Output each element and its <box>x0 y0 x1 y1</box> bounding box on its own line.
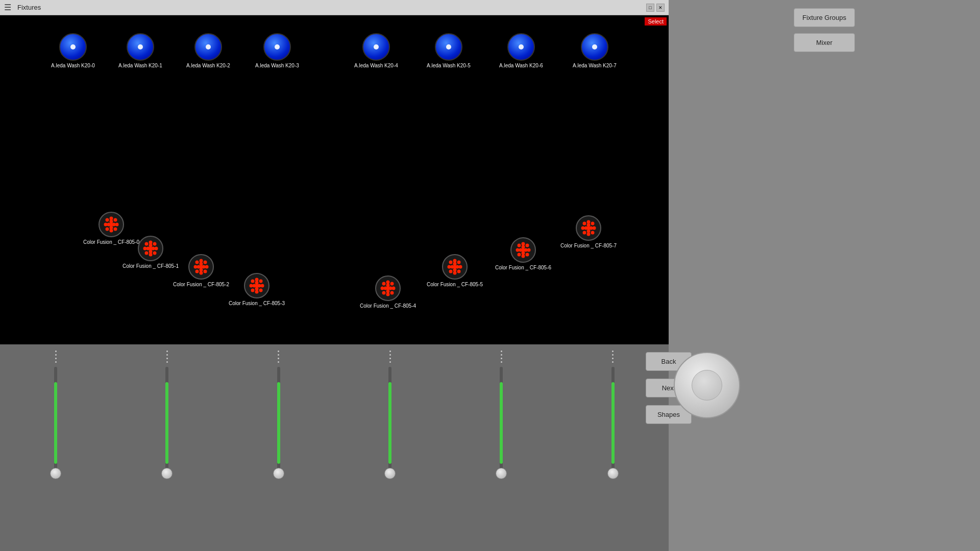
fader-dot <box>278 358 279 359</box>
fixture-canvas: Select A.leda Wash K20-0A.leda Wash K20-… <box>0 15 669 344</box>
fader-dot <box>389 350 391 352</box>
fader-dot <box>166 354 168 356</box>
fader-thumb-2[interactable] <box>161 468 173 479</box>
fader-channel-1 <box>0 348 111 542</box>
fader-track-1[interactable] <box>54 367 57 479</box>
master-dial[interactable] <box>674 352 740 418</box>
fader-fill-3 <box>277 382 280 464</box>
hamburger-menu-icon[interactable]: ☰ <box>4 3 11 12</box>
fader-channel-2 <box>111 348 223 542</box>
mixer-button[interactable]: Mixer <box>794 33 855 52</box>
fusion-dots-icon-3 <box>247 276 266 295</box>
wash-label-7: A.leda Wash K20-7 <box>573 63 617 68</box>
fader-dots-6 <box>612 350 614 363</box>
fader-dot <box>278 350 279 352</box>
fader-thumb-3[interactable] <box>273 468 284 479</box>
wash-circle-1 <box>127 33 154 61</box>
fader-area <box>0 344 669 551</box>
fixture-groups-button[interactable]: Fixture Groups <box>794 8 855 27</box>
fader-channel-4 <box>334 348 446 542</box>
wash-fixture-4[interactable]: A.leda Wash K20-4 <box>354 33 398 68</box>
fusion-label-7: Color Fusion _ CF-805-7 <box>560 243 617 248</box>
wash-fixture-6[interactable]: A.leda Wash K20-6 <box>499 33 543 68</box>
fusion-label-3: Color Fusion _ CF-805-3 <box>229 300 285 306</box>
fader-thumb-4[interactable] <box>384 468 396 479</box>
wash-label-6: A.leda Wash K20-6 <box>499 63 543 68</box>
fader-thumb-5[interactable] <box>496 468 507 479</box>
wash-fixture-5[interactable]: A.leda Wash K20-5 <box>427 33 471 68</box>
fusion-label-4: Color Fusion _ CF-805-4 <box>360 303 416 309</box>
fusion-circle-1 <box>138 236 163 261</box>
fader-fill-2 <box>165 382 168 464</box>
fusion-circle-5 <box>442 254 468 280</box>
wash-label-4: A.leda Wash K20-4 <box>354 63 398 68</box>
wash-label-1: A.leda Wash K20-1 <box>118 63 162 68</box>
fusion-fixture-4[interactable]: Color Fusion _ CF-805-4 <box>360 276 416 309</box>
fader-track-4[interactable] <box>388 367 391 479</box>
fader-dot <box>501 354 502 356</box>
fader-track-3[interactable] <box>277 367 280 479</box>
window-controls: □ ✕ <box>646 4 665 12</box>
wash-fixture-7[interactable]: A.leda Wash K20-7 <box>573 33 617 68</box>
window-close-button[interactable]: ✕ <box>656 4 665 12</box>
dial-container <box>674 352 740 418</box>
fader-thumb-1[interactable] <box>50 468 61 479</box>
fusion-label-6: Color Fusion _ CF-805-6 <box>495 265 551 270</box>
fader-channel-5 <box>446 348 557 542</box>
select-button[interactable]: Select <box>645 17 667 26</box>
fader-dot <box>55 354 57 356</box>
fusion-label-1: Color Fusion _ CF-805-1 <box>122 263 179 269</box>
fader-dot <box>389 361 391 363</box>
fusion-label-5: Color Fusion _ CF-805-5 <box>427 282 483 287</box>
wash-label-0: A.leda Wash K20-0 <box>51 63 95 68</box>
fader-dot <box>612 354 614 356</box>
fusion-circle-7 <box>576 215 601 241</box>
fader-dot <box>501 350 502 352</box>
wash-fixture-0[interactable]: A.leda Wash K20-0 <box>51 33 95 68</box>
fusion-fixture-1[interactable]: Color Fusion _ CF-805-1 <box>122 236 179 269</box>
fusion-dots-icon-2 <box>191 257 211 277</box>
fader-track-2[interactable] <box>165 367 168 479</box>
fader-dot <box>166 361 168 363</box>
wash-label-2: A.leda Wash K20-2 <box>186 63 230 68</box>
fader-dots-1 <box>55 350 57 363</box>
fader-track-5[interactable] <box>500 367 503 479</box>
fader-fill-5 <box>500 382 503 464</box>
fusion-fixture-7[interactable]: Color Fusion _ CF-805-7 <box>560 215 617 248</box>
fusion-fixture-5[interactable]: Color Fusion _ CF-805-5 <box>427 254 483 287</box>
window-restore-button[interactable]: □ <box>646 4 654 12</box>
fusion-circle-4 <box>375 276 401 301</box>
fusion-circle-6 <box>510 237 536 263</box>
wash-fixture-2[interactable]: A.leda Wash K20-2 <box>186 33 230 68</box>
fusion-fixture-3[interactable]: Color Fusion _ CF-805-3 <box>229 273 285 306</box>
wash-fixture-1[interactable]: A.leda Wash K20-1 <box>118 33 162 68</box>
wash-circle-7 <box>581 33 608 61</box>
wash-circle-4 <box>362 33 390 61</box>
fader-dot <box>501 361 502 363</box>
wash-fixture-3[interactable]: A.leda Wash K20-3 <box>255 33 299 68</box>
fader-dot <box>55 350 57 352</box>
fusion-dots-icon-7 <box>579 218 598 238</box>
fader-dot <box>389 358 391 359</box>
fader-thumb-6[interactable] <box>607 468 619 479</box>
fusion-dots-icon-0 <box>102 215 121 234</box>
wash-circle-2 <box>194 33 222 61</box>
fader-dots-5 <box>501 350 502 363</box>
fader-fill-4 <box>388 382 391 464</box>
fader-dots-4 <box>389 350 391 363</box>
fusion-fixture-2[interactable]: Color Fusion _ CF-805-2 <box>173 254 229 287</box>
fader-dot <box>389 354 391 356</box>
fader-dot <box>166 350 168 352</box>
fader-track-6[interactable] <box>611 367 615 479</box>
fusion-dots-icon-4 <box>378 279 398 298</box>
fader-dot <box>612 361 614 363</box>
wash-circle-3 <box>263 33 291 61</box>
fusion-label-2: Color Fusion _ CF-805-2 <box>173 282 229 287</box>
fader-dots-2 <box>166 350 168 363</box>
fader-dot <box>55 361 57 363</box>
wash-circle-5 <box>435 33 462 61</box>
window-title: Fixtures <box>17 4 646 11</box>
right-panel: Fixture Groups Mixer <box>669 0 980 551</box>
fader-dot <box>612 358 614 359</box>
fusion-fixture-6[interactable]: Color Fusion _ CF-805-6 <box>495 237 551 270</box>
